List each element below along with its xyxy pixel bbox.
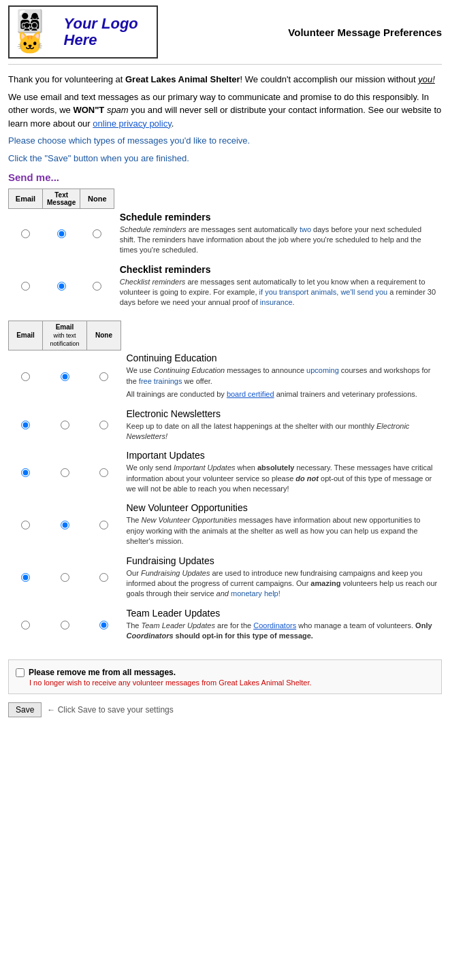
col2-none-header: None bbox=[87, 321, 121, 350]
save-button[interactable]: Save bbox=[8, 702, 42, 717]
fundraising-desc-cell: Fundraising Updates Our Fundraising Upda… bbox=[121, 553, 443, 605]
schedule-none-cell[interactable] bbox=[80, 209, 114, 261]
newvol-none-radio[interactable] bbox=[99, 521, 108, 529]
table-row: Fundraising Updates Our Fundraising Upda… bbox=[9, 553, 443, 605]
fundraising-emailtext-radio[interactable] bbox=[61, 573, 69, 582]
newvol-desc-cell: New Volunteer Opportunities The New Volu… bbox=[121, 500, 443, 552]
newsletters-emailtext-cell[interactable] bbox=[43, 406, 87, 448]
newvol-email-cell[interactable] bbox=[9, 500, 43, 552]
checklist-none-cell[interactable] bbox=[80, 261, 114, 314]
remove-subtext: I no longer wish to receive any voluntee… bbox=[29, 679, 434, 687]
col2-email-header: Email bbox=[9, 321, 43, 350]
checklist-title: Checklist reminders bbox=[120, 264, 438, 275]
save-section: Save ← Click Save to save your settings bbox=[8, 702, 442, 717]
conted-none-cell[interactable] bbox=[87, 350, 121, 405]
checklist-email-radio[interactable] bbox=[21, 282, 30, 291]
schedule-email-radio[interactable] bbox=[21, 229, 30, 238]
conted-title: Continuing Education bbox=[127, 353, 438, 363]
newsletters-none-cell[interactable] bbox=[87, 406, 121, 448]
intro-para1: Thank you for volunteering at Great Lake… bbox=[8, 73, 442, 86]
col-none-header: None bbox=[80, 189, 114, 209]
newvol-emailtext-radio[interactable] bbox=[61, 521, 69, 529]
newsletters-email-radio[interactable] bbox=[21, 421, 30, 429]
coordinators-link[interactable]: Coordinators bbox=[253, 621, 296, 630]
teamleader-desc-cell: Team Leader Updates The Team Leader Upda… bbox=[121, 605, 443, 647]
page-title: Volunteer Message Preferences bbox=[288, 27, 442, 38]
newsletters-desc-cell: Electronic Newsletters Keep up to date o… bbox=[121, 406, 443, 448]
newsletters-title: Electronic Newsletters bbox=[127, 408, 438, 419]
teamleader-email-cell[interactable] bbox=[9, 605, 43, 647]
logo-text: Your Logo Here bbox=[64, 16, 150, 48]
col-desc-header bbox=[114, 189, 442, 209]
important-none-radio[interactable] bbox=[99, 468, 108, 477]
newsletters-email-cell[interactable] bbox=[9, 406, 43, 448]
page-header: 👨‍👩‍👧‍👦🐱 Your Logo Here Volunteer Messag… bbox=[8, 5, 442, 65]
schedule-desc-cell: Schedule reminders Schedule reminders ar… bbox=[114, 209, 442, 261]
newsletters-emailtext-radio[interactable] bbox=[61, 421, 69, 429]
fundraising-none-radio[interactable] bbox=[99, 573, 108, 582]
table-row: Electronic Newsletters Keep up to date o… bbox=[9, 406, 443, 448]
conted-desc2: All trainings are conducted by board cer… bbox=[127, 389, 438, 399]
schedule-text-cell[interactable] bbox=[43, 209, 80, 261]
checklist-email-cell[interactable] bbox=[9, 261, 43, 314]
remove-section: Please remove me from all messages. I no… bbox=[8, 659, 442, 694]
table-row: Continuing Education We use Continuing E… bbox=[9, 350, 443, 405]
remove-label[interactable]: Please remove me from all messages. bbox=[16, 667, 434, 677]
conted-desc1: We use Continuing Education messages to … bbox=[127, 365, 438, 387]
checklist-desc-cell: Checklist reminders Checklist reminders … bbox=[114, 261, 442, 314]
remove-checkbox[interactable] bbox=[16, 668, 25, 677]
fundraising-none-cell[interactable] bbox=[87, 553, 121, 605]
teamleader-none-radio[interactable] bbox=[99, 621, 108, 630]
fundraising-title: Fundraising Updates bbox=[127, 555, 438, 566]
table-row: Team Leader Updates The Team Leader Upda… bbox=[9, 605, 443, 647]
conted-emailtext-cell[interactable] bbox=[43, 350, 87, 405]
schedule-text-radio[interactable] bbox=[57, 229, 66, 238]
conted-desc-cell: Continuing Education We use Continuing E… bbox=[121, 350, 443, 405]
fundraising-emailtext-cell[interactable] bbox=[43, 553, 87, 605]
important-title: Important Updates bbox=[127, 450, 438, 461]
board-certified-link[interactable]: board certified bbox=[227, 390, 274, 398]
intro-section: Thank you for volunteering at Great Lake… bbox=[8, 73, 442, 165]
schedule-none-radio[interactable] bbox=[93, 229, 101, 238]
col2-emailtext-header: Email with text notification bbox=[43, 321, 87, 350]
conted-emailtext-radio[interactable] bbox=[61, 372, 69, 381]
remove-text-bold: Please remove me from all messages. bbox=[29, 668, 176, 677]
newvol-title: New Volunteer Opportunities bbox=[127, 502, 438, 513]
important-none-cell[interactable] bbox=[87, 447, 121, 500]
click-save-text: Click the "Save" button when you are fin… bbox=[8, 152, 442, 165]
important-email-radio[interactable] bbox=[21, 468, 30, 477]
newvol-email-radio[interactable] bbox=[21, 521, 30, 529]
fundraising-email-radio[interactable] bbox=[21, 573, 30, 582]
teamleader-desc: The Team Leader Updates are for the Coor… bbox=[127, 621, 438, 642]
important-email-cell[interactable] bbox=[9, 447, 43, 500]
conted-none-radio[interactable] bbox=[99, 372, 108, 381]
important-emailtext-cell[interactable] bbox=[43, 447, 87, 500]
conted-email-cell[interactable] bbox=[9, 350, 43, 405]
checklist-text-radio[interactable] bbox=[57, 282, 66, 291]
teamleader-email-radio[interactable] bbox=[21, 621, 30, 630]
newvol-none-cell[interactable] bbox=[87, 500, 121, 552]
newsletters-none-radio[interactable] bbox=[99, 421, 108, 429]
privacy-policy-link[interactable]: online privacy policy bbox=[93, 118, 171, 129]
col2-desc-header bbox=[121, 321, 443, 350]
logo-figures-icon: 👨‍👩‍👧‍👦🐱 bbox=[16, 10, 59, 54]
fundraising-desc: Our Fundraising Updates are used to intr… bbox=[127, 568, 438, 600]
teamleader-none-cell[interactable] bbox=[87, 605, 121, 647]
table-row: New Volunteer Opportunities The New Volu… bbox=[9, 500, 443, 552]
important-emailtext-radio[interactable] bbox=[61, 468, 69, 477]
intro-para2: We use email and text messages as our pr… bbox=[8, 91, 442, 131]
checklist-text-cell[interactable] bbox=[43, 261, 80, 314]
teamleader-emailtext-radio[interactable] bbox=[61, 621, 69, 630]
checklist-none-radio[interactable] bbox=[93, 282, 101, 291]
fundraising-email-cell[interactable] bbox=[9, 553, 43, 605]
newvol-emailtext-cell[interactable] bbox=[43, 500, 87, 552]
schedule-desc: Schedule reminders are messages sent aut… bbox=[120, 225, 438, 256]
please-choose-text: Please choose which types of messages yo… bbox=[8, 134, 442, 148]
teamleader-emailtext-cell[interactable] bbox=[43, 605, 87, 647]
conted-email-radio[interactable] bbox=[21, 372, 30, 381]
schedule-email-cell[interactable] bbox=[9, 209, 43, 261]
schedule-title: Schedule reminders bbox=[120, 212, 438, 223]
logo-box: 👨‍👩‍👧‍👦🐱 Your Logo Here bbox=[8, 5, 158, 59]
important-desc-cell: Important Updates We only send Important… bbox=[121, 447, 443, 500]
send-me-heading: Send me... bbox=[8, 172, 442, 183]
